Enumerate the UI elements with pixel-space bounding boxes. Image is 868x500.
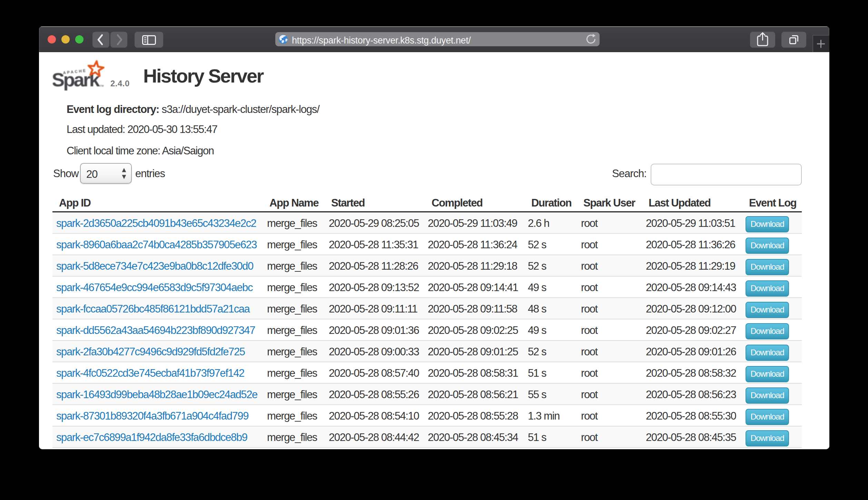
svg-text:Spark: Spark <box>53 69 100 90</box>
svg-text:TM: TM <box>100 84 104 87</box>
